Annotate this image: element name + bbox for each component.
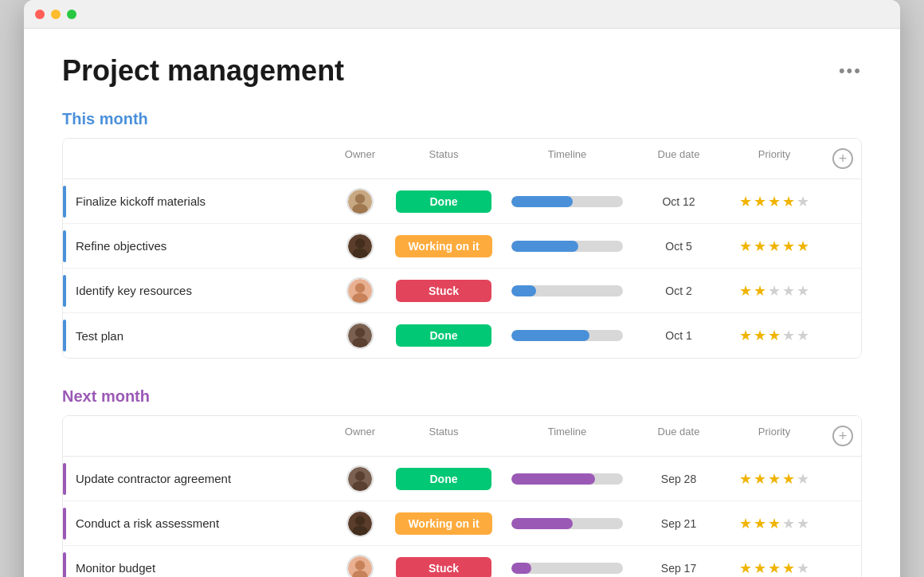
- task-name-cell: Conduct a risk assessment: [63, 508, 332, 540]
- status-badge[interactable]: Stuck: [396, 280, 491, 302]
- timeline-cell: [499, 518, 635, 529]
- status-badge[interactable]: Done: [396, 468, 491, 490]
- col-header-timeline: Timeline: [499, 145, 635, 172]
- section-heading-next-month: Next month: [62, 387, 862, 406]
- page-header: Project management •••: [62, 54, 862, 88]
- status-badge[interactable]: Done: [396, 324, 491, 347]
- timeline-cell: [499, 196, 635, 207]
- task-color-bar: [63, 320, 66, 351]
- col-header-owner: Owner: [332, 145, 388, 172]
- task-color-bar: [63, 186, 66, 218]
- star-filled: ★: [739, 515, 752, 532]
- task-name-text: Refine objectives: [76, 239, 166, 253]
- task-name-cell: Finalize kickoff materials: [63, 186, 332, 218]
- task-color-bar: [63, 230, 66, 262]
- table-row[interactable]: Test planDoneOct 1★★★★★: [63, 313, 861, 358]
- maximize-dot[interactable]: [67, 10, 76, 19]
- owner-cell: [332, 233, 388, 260]
- star-filled: ★: [754, 515, 766, 532]
- owner-cell: [332, 277, 388, 304]
- star-filled: ★: [768, 237, 781, 255]
- timeline-bar-fill: [511, 196, 573, 207]
- table-row[interactable]: Identify key resourcesStuckOct 2★★★★★: [63, 269, 861, 313]
- table-row[interactable]: Update contractor agreementDoneSep 28★★★…: [63, 457, 861, 501]
- timeline-bar-background: [511, 330, 623, 341]
- star-empty: ★: [797, 193, 809, 210]
- more-button[interactable]: •••: [839, 61, 862, 81]
- star-filled: ★: [768, 193, 781, 210]
- table-header-row: OwnerStatusTimelineDue datePriority+: [63, 139, 861, 179]
- sections-container: This monthOwnerStatusTimelineDue datePri…: [62, 110, 862, 577]
- timeline-bar-background: [511, 196, 623, 207]
- status-badge[interactable]: Working on it: [395, 235, 491, 257]
- minimize-dot[interactable]: [51, 10, 61, 19]
- table-row[interactable]: Conduct a risk assessmentWorking on itSe…: [63, 501, 861, 546]
- star-empty: ★: [797, 282, 809, 300]
- table-this-month: OwnerStatusTimelineDue datePriority+Fina…: [62, 138, 862, 359]
- avatar: [346, 277, 374, 304]
- task-name-cell: Refine objectives: [63, 230, 332, 262]
- col-header-6: +: [826, 145, 861, 172]
- star-empty: ★: [797, 327, 809, 344]
- status-cell[interactable]: Working on it: [388, 512, 499, 535]
- star-empty: ★: [782, 327, 795, 344]
- due-date-cell: Sep 28: [635, 473, 722, 485]
- priority-cell: ★★★★★: [722, 327, 826, 344]
- section-next-month: Next monthOwnerStatusTimelineDue datePri…: [62, 387, 862, 577]
- close-dot[interactable]: [35, 10, 45, 19]
- table-row[interactable]: Finalize kickoff materialsDoneOct 12★★★★…: [63, 179, 861, 224]
- timeline-bar-background: [511, 518, 623, 529]
- task-name-text: Update contractor agreement: [76, 472, 231, 485]
- star-filled: ★: [754, 282, 766, 300]
- timeline-bar-background: [511, 473, 623, 485]
- status-cell[interactable]: Done: [388, 324, 499, 347]
- task-color-bar: [63, 463, 66, 495]
- col-header-priority: Priority: [722, 145, 826, 172]
- timeline-bar-background: [511, 563, 623, 574]
- status-cell[interactable]: Stuck: [388, 557, 499, 578]
- col-header-status: Status: [388, 422, 499, 449]
- timeline-cell: [499, 563, 635, 574]
- add-column-button[interactable]: +: [832, 148, 853, 169]
- status-badge[interactable]: Working on it: [395, 512, 491, 535]
- status-badge[interactable]: Done: [396, 190, 491, 213]
- status-badge[interactable]: Stuck: [396, 557, 491, 578]
- status-cell[interactable]: Done: [388, 190, 499, 213]
- status-cell[interactable]: Working on it: [388, 235, 499, 257]
- status-cell[interactable]: Done: [388, 468, 499, 490]
- titlebar: [24, 0, 900, 29]
- star-filled: ★: [739, 282, 752, 300]
- avatar: [346, 510, 374, 537]
- timeline-bar-fill: [511, 241, 578, 252]
- add-column-button[interactable]: +: [832, 426, 853, 446]
- priority-cell: ★★★★★: [722, 237, 826, 255]
- timeline-bar-fill: [511, 330, 589, 341]
- star-empty: ★: [782, 515, 795, 532]
- owner-cell: [332, 555, 388, 578]
- due-date-cell: Oct 5: [635, 240, 722, 253]
- status-cell[interactable]: Stuck: [388, 280, 499, 302]
- star-filled: ★: [782, 193, 795, 210]
- main-content: Project management ••• This monthOwnerSt…: [24, 29, 900, 577]
- due-date-cell: Sep 21: [635, 517, 722, 530]
- timeline-bar-background: [511, 241, 623, 252]
- star-filled: ★: [754, 327, 766, 344]
- star-filled: ★: [768, 559, 781, 577]
- task-name-cell: Identify key resources: [63, 275, 332, 307]
- table-row[interactable]: Monitor budgetStuckSep 17★★★★★: [63, 546, 861, 577]
- timeline-bar-fill: [511, 473, 595, 485]
- timeline-bar-fill: [511, 518, 573, 529]
- avatar: [346, 188, 374, 215]
- task-name-text: Finalize kickoff materials: [76, 194, 206, 208]
- star-empty: ★: [782, 282, 795, 300]
- star-filled: ★: [768, 515, 781, 532]
- table-row[interactable]: Refine objectivesWorking on itOct 5★★★★★: [63, 224, 861, 269]
- due-date-cell: Sep 17: [635, 562, 722, 575]
- owner-cell: [332, 188, 388, 215]
- timeline-bar-background: [511, 285, 623, 296]
- col-header-6: +: [826, 422, 861, 449]
- avatar: [346, 322, 374, 349]
- star-empty: ★: [768, 282, 781, 300]
- due-date-cell: Oct 12: [635, 195, 722, 208]
- task-name-cell: Update contractor agreement: [63, 463, 332, 495]
